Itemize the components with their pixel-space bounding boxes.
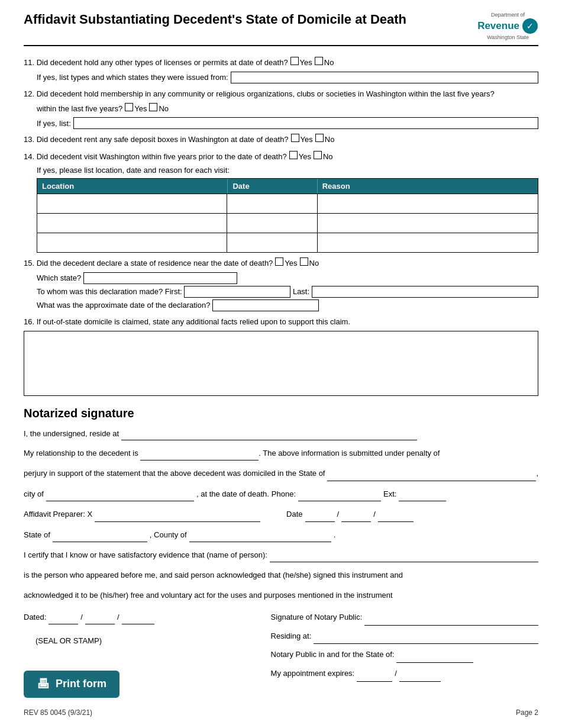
sig-certify-label: I certify that I know or have satisfacto…	[24, 548, 267, 562]
residing-at-row: Residing at:	[271, 629, 538, 645]
page-footer: REV 85 0045 (9/3/21) Page 2	[24, 708, 538, 717]
q12-yes-label: Yes	[134, 103, 147, 115]
notary-state-label: Notary Public in and for the State of:	[271, 648, 395, 662]
question-14: 14. Did decedent visit Washington within…	[24, 151, 538, 253]
col-reason: Reason	[318, 179, 538, 194]
q15-first-input[interactable]	[184, 286, 290, 298]
q15-last-input[interactable]	[312, 286, 538, 298]
location-input-3[interactable]	[40, 234, 224, 251]
q11-no-checkbox[interactable]	[315, 57, 323, 65]
logo-box: Department of Revenue ✓ Washington State	[477, 12, 538, 40]
date-input-3[interactable]	[230, 234, 314, 251]
sig-ext-underline	[399, 487, 446, 501]
q15-approx-date-label: What was the approximate date of the dec…	[37, 301, 210, 310]
q15-yes-label: Yes	[285, 257, 297, 270]
sig-state-of-label: State of	[24, 528, 50, 542]
sig-notary-underline	[364, 610, 538, 626]
q15-yes-checkbox[interactable]	[275, 257, 283, 266]
q11-yes-checkbox[interactable]	[290, 57, 299, 65]
date-input-1[interactable]	[230, 195, 314, 212]
notarized-title: Notarized signature	[24, 407, 538, 420]
q15-approx-date-input[interactable]	[212, 299, 319, 311]
bottom-left: Dated: / / (SEAL OR STAMP) 🖶 Print form	[24, 610, 256, 698]
revenue-logo-icon: ✓	[522, 18, 538, 34]
q16-label: 16. If out-of-state domicile is claimed,…	[24, 316, 350, 328]
reason-cell-1[interactable]	[318, 194, 538, 213]
q14-label: 14. Did decedent visit Washington within…	[24, 151, 287, 163]
dated-d-underline	[85, 610, 115, 624]
appt-expires-row: My appointment expires: /	[271, 666, 538, 682]
dated-m-underline	[49, 610, 78, 624]
reason-cell-3[interactable]	[318, 233, 538, 252]
sig-appeared-label: is the person who appeared before me, an…	[24, 571, 403, 579]
date-cell-3[interactable]	[227, 233, 317, 252]
reason-cell-2[interactable]	[318, 214, 538, 233]
sig-city-underline	[46, 487, 194, 501]
location-input-1[interactable]	[40, 195, 224, 212]
sig-row-6: State of , County of .	[24, 528, 538, 542]
page-header: Affidavit Substantiating Decedent's Stat…	[24, 12, 538, 46]
q15-to-whom-label: To whom was this declaration made? First…	[37, 287, 182, 296]
notary-state-underline	[396, 648, 473, 663]
residing-at-label: Residing at:	[271, 629, 312, 644]
sig-line2-prefix: My relationship to the decedent is	[24, 446, 138, 460]
q13-yes-label: Yes	[301, 134, 313, 146]
q15-no-checkbox[interactable]	[300, 257, 308, 266]
q12-input[interactable]	[73, 117, 538, 129]
footer-rev: REV 85 0045 (9/3/21)	[24, 708, 92, 717]
notarized-section: Notarized signature I, the undersigned, …	[24, 407, 538, 698]
q11-label: 11. Did decedent hold any other types of…	[24, 57, 288, 69]
table-row	[37, 233, 538, 252]
date-cell-2[interactable]	[227, 214, 317, 233]
q11-no-label: No	[324, 57, 334, 69]
sig-line2-suffix: . The above information is submitted und…	[259, 446, 440, 460]
q13-yes-checkbox[interactable]	[291, 134, 299, 142]
sig-certify-underline	[270, 548, 539, 562]
date-input-2[interactable]	[230, 215, 314, 231]
q12-no-checkbox[interactable]	[149, 103, 157, 111]
question-13: 13. Did decedent rent any safe deposit b…	[24, 134, 538, 146]
sig-date-d-underline	[341, 507, 371, 521]
q15-which-state-input[interactable]	[83, 272, 237, 284]
location-cell-2[interactable]	[37, 214, 227, 233]
q13-no-checkbox[interactable]	[315, 134, 324, 142]
q11-subtext: If yes, list types and which states they…	[37, 73, 228, 82]
sig-preparer-underline	[95, 507, 260, 521]
logo-revenue: Revenue	[477, 20, 519, 32]
location-input-2[interactable]	[40, 215, 224, 231]
sig-at-date: , at the date of death.	[196, 487, 269, 501]
sig-row-2: My relationship to the decedent is . The…	[24, 446, 538, 460]
sig-state-underline	[327, 466, 536, 481]
q13-label: 13. Did decedent rent any safe deposit b…	[24, 134, 289, 146]
q14-subtext: If yes, please list location, date and r…	[37, 166, 230, 175]
location-cell-1[interactable]	[37, 194, 227, 213]
location-cell-3[interactable]	[37, 233, 227, 252]
date-cell-1[interactable]	[227, 194, 317, 213]
q16-textarea[interactable]	[24, 331, 538, 396]
appt-expires-label: My appointment expires:	[271, 666, 355, 681]
page-title: Affidavit Substantiating Decedent's Stat…	[24, 12, 406, 27]
question-16: 16. If out-of-state domicile is claimed,…	[24, 316, 538, 396]
sig-line1-underline	[121, 426, 417, 440]
dated-row: Dated: / /	[24, 610, 256, 624]
reason-input-1[interactable]	[320, 195, 535, 212]
sig-row-3: perjury in support of the statement that…	[24, 466, 538, 481]
question-15: 15. Did the decedent declare a state of …	[24, 257, 538, 311]
q14-no-checkbox[interactable]	[314, 151, 322, 159]
sig-city-label: city of	[24, 487, 44, 501]
reason-input-3[interactable]	[320, 234, 535, 251]
q14-yes-checkbox[interactable]	[289, 151, 298, 159]
q15-label: 15. Did the decedent declare a state of …	[24, 257, 273, 270]
print-form-button[interactable]: 🖶 Print form	[24, 671, 119, 698]
bottom-right: Signature of Notary Public: Residing at:…	[271, 610, 538, 685]
sig-county-underline	[189, 528, 331, 542]
q11-input[interactable]	[231, 72, 538, 83]
svg-text:✓: ✓	[527, 21, 534, 31]
q12-yes-checkbox[interactable]	[125, 103, 133, 111]
sig-row-9: acknowledged it to be (his/her) free and…	[24, 588, 538, 602]
col-location: Location	[37, 179, 227, 194]
question-11: 11. Did decedent hold any other types of…	[24, 57, 538, 83]
q14-table: Location Date Reason	[37, 178, 538, 253]
reason-input-2[interactable]	[320, 215, 535, 231]
sig-county-label: , County of	[150, 528, 187, 542]
